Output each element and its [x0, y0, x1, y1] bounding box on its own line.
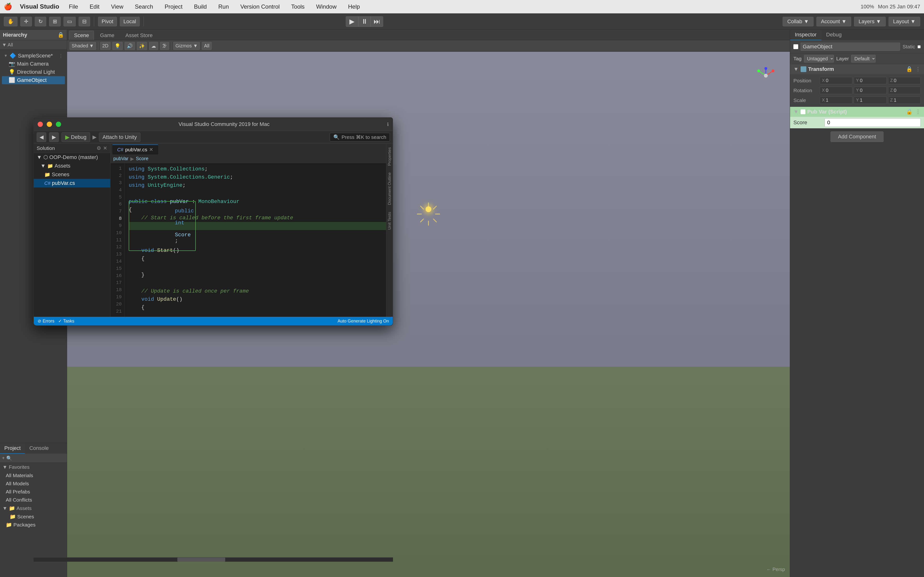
- vs-tasks-status[interactable]: ✓ Tasks: [58, 318, 74, 324]
- proj-toolbar-search[interactable]: 🔍: [6, 455, 12, 461]
- pause-button[interactable]: ⏸: [358, 16, 371, 27]
- transform-move-btn[interactable]: ✛: [20, 17, 32, 26]
- breadcrumb-score[interactable]: Score: [136, 156, 148, 161]
- menu-tools[interactable]: Tools: [289, 2, 307, 11]
- vs-tab-close-icon[interactable]: ✕: [149, 147, 153, 153]
- vs-solution-close-icon[interactable]: ✕: [103, 145, 107, 151]
- pubvar-header[interactable]: ▼ Pub Var (Script) 🔒 ⋮: [790, 107, 924, 117]
- lighting-btn[interactable]: 💡: [112, 42, 123, 50]
- favorites-header[interactable]: ▼ Favorites: [0, 463, 67, 471]
- scale-x-field[interactable]: X 1: [820, 97, 852, 104]
- scale-y-field[interactable]: Y 1: [854, 97, 886, 104]
- hier-item-main-camera[interactable]: 📷 Main Camera: [2, 60, 65, 68]
- layer-select[interactable]: Default: [851, 55, 876, 63]
- debug-tab[interactable]: Debug: [821, 30, 846, 40]
- assets-scenes[interactable]: 📁 Scenes: [0, 513, 67, 521]
- console-tab[interactable]: Console: [25, 443, 53, 454]
- pivot-btn[interactable]: Pivot: [98, 17, 117, 26]
- vs-unit-tests-icon[interactable]: Unit Tests: [387, 210, 393, 232]
- proj-toolbar-create[interactable]: +: [2, 455, 5, 461]
- fav-all-conflicts[interactable]: All Conflicts: [0, 496, 67, 504]
- hierarchy-lock-icon[interactable]: 🔒: [58, 32, 64, 38]
- tag-select[interactable]: Untagged: [804, 55, 834, 63]
- position-z-field[interactable]: Z 0: [888, 77, 921, 84]
- menu-project[interactable]: Project: [163, 2, 184, 11]
- assets-header[interactable]: ▼ 📁 Assets: [0, 504, 67, 513]
- layers-button[interactable]: Layers ▼: [854, 17, 886, 26]
- project-tab[interactable]: Project: [0, 443, 25, 454]
- twod-button[interactable]: 2D: [100, 42, 111, 50]
- hier-item-samplescene[interactable]: ▼ 🔷 SampleScene* ⋮: [2, 52, 65, 60]
- tab-scene[interactable]: Scene: [69, 31, 94, 40]
- menu-window[interactable]: Window: [314, 2, 338, 11]
- scale-z-field[interactable]: Z 1: [888, 97, 921, 104]
- transform-rotate-btn[interactable]: ↻: [35, 17, 46, 26]
- step-button[interactable]: ⏭: [371, 16, 383, 27]
- vs-tree-oop-demo[interactable]: ▼ ⬡ OOP-Demo (master): [34, 153, 110, 161]
- hier-item-directional-light[interactable]: 💡 Directional Light: [2, 68, 65, 76]
- fx-btn[interactable]: ✨: [137, 42, 147, 50]
- vs-info-icon[interactable]: ℹ: [387, 121, 389, 127]
- assets-packages[interactable]: 📁 Packages: [0, 521, 67, 529]
- layout-button[interactable]: Layout ▼: [888, 17, 920, 26]
- vs-properties-icon[interactable]: Properties: [387, 145, 393, 168]
- menu-view[interactable]: View: [109, 2, 125, 11]
- transform-scale-btn[interactable]: ⊞: [49, 17, 61, 26]
- pubvar-settings[interactable]: 🔒 ⋮: [906, 109, 921, 115]
- position-y-field[interactable]: Y 0: [854, 77, 886, 84]
- vs-document-outline-icon[interactable]: Document Outline: [387, 171, 393, 207]
- position-x-field[interactable]: X 0: [820, 77, 852, 84]
- fog-btn[interactable]: 🌫: [160, 42, 169, 50]
- local-btn[interactable]: Local: [120, 17, 140, 26]
- vs-debug-play-btn[interactable]: ▶ Debug: [61, 132, 90, 142]
- rotation-y-field[interactable]: Y 0: [854, 87, 886, 94]
- vs-search-bar[interactable]: 🔍 Press ⌘K to search: [330, 133, 390, 142]
- rotation-x-field[interactable]: X 0: [820, 87, 852, 94]
- vs-minimize-button[interactable]: [47, 122, 52, 127]
- vs-attach-btn[interactable]: Attach to Unity: [99, 133, 141, 142]
- add-component-button[interactable]: Add Component: [830, 131, 884, 142]
- tab-asset-store[interactable]: Asset Store: [120, 31, 158, 40]
- gameobject-active-checkbox[interactable]: [793, 44, 798, 49]
- transform-settings[interactable]: 🔒 ⋮: [906, 66, 921, 72]
- breadcrumb-pubvar[interactable]: pubVar: [113, 156, 128, 161]
- vs-tree-pubvar[interactable]: C# pubVar.cs: [34, 179, 110, 187]
- menu-version-control[interactable]: Version Control: [238, 2, 281, 11]
- skybox-btn[interactable]: ☁: [149, 42, 158, 50]
- rotation-z-field[interactable]: Z 0: [888, 87, 921, 94]
- gameobject-name-input[interactable]: [801, 43, 900, 51]
- transform-custom-btn[interactable]: ⊟: [79, 17, 90, 26]
- vs-back-btn[interactable]: ◀: [37, 132, 46, 142]
- menu-build[interactable]: Build: [192, 2, 209, 11]
- inspector-tab[interactable]: Inspector: [790, 30, 821, 40]
- vs-horizontal-scrollbar[interactable]: [34, 558, 393, 562]
- vs-tree-assets[interactable]: ▼ 📁 Assets: [34, 161, 110, 170]
- shaded-dropdown[interactable]: Shaded ▼: [69, 42, 96, 50]
- account-button[interactable]: Account ▼: [816, 17, 851, 26]
- all-btn[interactable]: All: [202, 42, 212, 50]
- vs-tree-scenes[interactable]: 📁 Scenes: [34, 170, 110, 179]
- fav-all-materials[interactable]: All Materials: [0, 471, 67, 480]
- menu-help[interactable]: Help: [346, 2, 362, 11]
- pubvar-active-checkbox[interactable]: [801, 110, 805, 114]
- code-content[interactable]: using System.Collections ; using System.…: [125, 163, 386, 317]
- menu-run[interactable]: Run: [216, 2, 231, 11]
- vs-solution-settings-icon[interactable]: ⚙: [97, 145, 101, 151]
- vs-scrollbar-thumb[interactable]: [177, 558, 225, 562]
- menu-search[interactable]: Search: [133, 2, 155, 11]
- menu-file[interactable]: File: [67, 2, 80, 11]
- transform-header[interactable]: ▼ Transform 🔒 ⋮: [790, 64, 924, 74]
- menu-edit[interactable]: Edit: [88, 2, 101, 11]
- hier-item-gameobject[interactable]: ⬜ GameObject: [2, 76, 65, 84]
- vs-tab-pubvar[interactable]: C# pubVar.cs ✕: [112, 144, 158, 155]
- gizmos-dropdown[interactable]: Gizmos ▼: [173, 42, 200, 50]
- apple-logo[interactable]: 🍎: [4, 3, 12, 11]
- fav-all-models[interactable]: All Models: [0, 480, 67, 488]
- transform-hand-btn[interactable]: ✋: [4, 17, 18, 26]
- collab-button[interactable]: Collab ▼: [783, 17, 813, 26]
- audio-btn[interactable]: 🔊: [124, 42, 135, 50]
- vs-close-button[interactable]: [38, 122, 43, 127]
- static-checkbox[interactable]: [918, 45, 921, 48]
- scene-menu-icon[interactable]: ⋮: [59, 53, 63, 58]
- vs-errors-status[interactable]: ⊘ Errors: [38, 318, 54, 324]
